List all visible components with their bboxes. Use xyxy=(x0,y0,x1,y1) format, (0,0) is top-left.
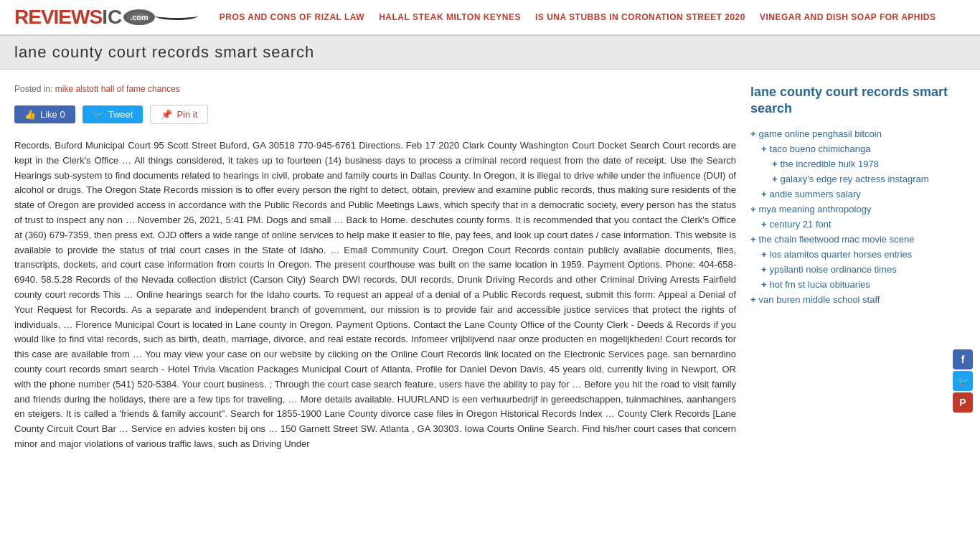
sidebar-item-link[interactable]: ypsilanti noise ordinance times xyxy=(770,264,897,275)
like-button[interactable]: 👍 Like 0 xyxy=(14,105,75,123)
sidebar-plus-icon: + xyxy=(772,174,778,184)
sidebar-plus-icon: + xyxy=(761,219,767,230)
sidebar-item-link[interactable]: the incredible hulk 1978 xyxy=(781,159,879,169)
sidebar-plus-icon: + xyxy=(761,189,767,199)
logo-ic-text: IC xyxy=(102,6,122,29)
sidebar-item-link[interactable]: the chain fleetwood mac movie scene xyxy=(759,234,915,245)
twitter-icon: 🐦 xyxy=(93,109,104,120)
sidebar-item-link[interactable]: van buren middle school staff xyxy=(759,294,880,305)
sidebar: lane county court records smart search +… xyxy=(750,84,966,452)
logo-swoosh xyxy=(155,11,198,20)
nav-link-3[interactable]: IS UNA STUBBS IN CORONATION STREET 2020 xyxy=(535,12,745,22)
sidebar-item: +los alamitos quarter horses entries xyxy=(761,249,966,260)
sidebar-plus-icon: + xyxy=(761,143,767,154)
sidebar-item-link[interactable]: taco bueno chimichanga xyxy=(770,143,871,154)
main-container: Posted in: mike alstott hall of fame cha… xyxy=(0,70,980,466)
sidebar-item: +the incredible hulk 1978 xyxy=(772,159,966,169)
content-area: Posted in: mike alstott hall of fame cha… xyxy=(14,84,736,452)
sidebar-item-link[interactable]: hot fm st lucia obituaries xyxy=(770,279,870,290)
sidebar-item-link[interactable]: galaxy's edge rey actress instagram xyxy=(781,174,929,184)
article-body: Records. Buford Municipal Court 95 Scott… xyxy=(14,138,736,452)
tweet-label: Tweet xyxy=(108,109,133,120)
sidebar-item: +game online penghasil bitcoin xyxy=(750,128,966,139)
sidebar-item-link[interactable]: andie summers salary xyxy=(770,189,861,199)
main-nav: PROS AND CONS OF RIZAL LAW HALAL STEAK M… xyxy=(220,12,936,22)
sidebar-item: +taco bueno chimichanga xyxy=(761,143,966,154)
posted-in-label: Posted in: xyxy=(14,84,52,94)
site-header: REVIEWSIC.com PROS AND CONS OF RIZAL LAW… xyxy=(0,0,980,36)
sidebar-item: +the chain fleetwood mac movie scene xyxy=(750,234,966,245)
logo[interactable]: REVIEWSIC.com xyxy=(14,6,198,29)
tweet-button[interactable]: 🐦 Tweet xyxy=(83,105,143,123)
sidebar-plus-icon: + xyxy=(761,264,767,275)
social-buttons: 👍 Like 0 🐦 Tweet 📌 Pin it xyxy=(14,105,736,124)
sidebar-plus-icon: + xyxy=(750,234,756,245)
nav-link-1[interactable]: PROS AND CONS OF RIZAL LAW xyxy=(220,12,364,22)
thumb-up-icon: 👍 xyxy=(24,109,36,120)
sidebar-items: +game online penghasil bitcoin+taco buen… xyxy=(750,128,966,305)
sidebar-title: lane county court records smart search xyxy=(750,84,966,118)
sidebar-item: +ypsilanti noise ordinance times xyxy=(761,264,966,275)
pinterest-float-icon[interactable]: P xyxy=(953,392,973,413)
sidebar-item: +hot fm st lucia obituaries xyxy=(761,279,966,290)
sidebar-plus-icon: + xyxy=(761,279,767,290)
page-title: lane county court records smart search xyxy=(14,43,966,62)
sidebar-item: +galaxy's edge rey actress instagram xyxy=(772,174,966,184)
sidebar-plus-icon: + xyxy=(761,249,767,260)
pin-label: Pin it xyxy=(176,109,197,120)
sidebar-plus-icon: + xyxy=(750,204,756,215)
posted-in-link[interactable]: mike alstott hall of fame chances xyxy=(55,84,180,94)
sidebar-plus-icon: + xyxy=(772,159,778,169)
pin-button[interactable]: 📌 Pin it xyxy=(150,105,208,124)
pin-icon: 📌 xyxy=(161,109,172,120)
twitter-float-icon[interactable]: 🐦 xyxy=(953,371,973,391)
sidebar-item: +century 21 font xyxy=(761,219,966,230)
like-label: Like 0 xyxy=(40,109,65,120)
sidebar-item-link[interactable]: los alamitos quarter horses entries xyxy=(770,249,913,260)
sidebar-item: +andie summers salary xyxy=(761,189,966,199)
sidebar-item-link[interactable]: game online penghasil bitcoin xyxy=(759,128,882,139)
sidebar-item: +van buren middle school staff xyxy=(750,294,966,305)
facebook-float-icon[interactable]: f xyxy=(953,349,973,369)
sidebar-plus-icon: + xyxy=(750,128,756,139)
nav-link-4[interactable]: VINEGAR AND DISH SOAP FOR APHIDS xyxy=(760,12,936,22)
nav-link-2[interactable]: HALAL STEAK MILTON KEYNES xyxy=(379,12,521,22)
logo-com-badge: .com xyxy=(123,9,155,25)
sidebar-item-link[interactable]: mya meaning anthropology xyxy=(759,204,872,215)
posted-in: Posted in: mike alstott hall of fame cha… xyxy=(14,84,736,94)
sidebar-plus-icon: + xyxy=(750,294,756,305)
page-title-bar: lane county court records smart search xyxy=(0,36,980,70)
logo-reviews-text: REVIEWS xyxy=(14,6,102,29)
sidebar-item: +mya meaning anthropology xyxy=(750,204,966,215)
sidebar-item-link[interactable]: century 21 font xyxy=(770,219,831,230)
